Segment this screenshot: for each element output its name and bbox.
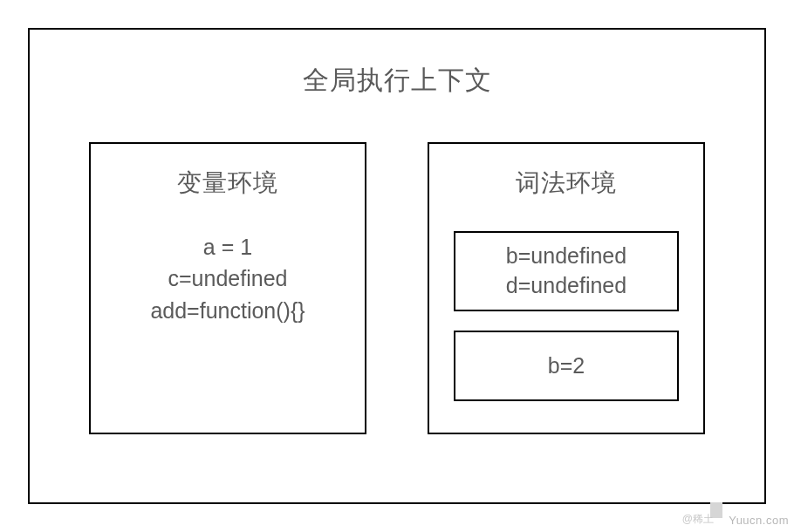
lexical-environment-title: 词法环境 xyxy=(516,167,617,200)
watermark-right-text: Yuucn.com xyxy=(729,514,789,527)
diagram-title: 全局执行上下文 xyxy=(303,63,492,99)
var-line: a = 1 xyxy=(150,231,305,263)
scope-line: b=undefined xyxy=(461,242,672,271)
variable-environment-vars: a = 1 c=undefined add=function(){} xyxy=(150,231,305,326)
watermark-left-text: @稀土 xyxy=(682,512,714,527)
variable-environment-title: 变量环境 xyxy=(177,167,278,200)
global-execution-context-box: 全局执行上下文 变量环境 a = 1 c=undefined add=funct… xyxy=(28,28,766,504)
lexical-scope-block: b=2 xyxy=(454,331,679,402)
lexical-scopes-container: b=undefined d=undefined b=2 xyxy=(429,231,703,401)
variable-environment-panel: 变量环境 a = 1 c=undefined add=function(){} xyxy=(89,142,366,434)
lexical-environment-panel: 词法环境 b=undefined d=undefined b=2 xyxy=(428,142,705,434)
scope-line: d=undefined xyxy=(461,271,672,301)
var-line: add=function(){} xyxy=(150,295,305,326)
scope-line: b=2 xyxy=(461,351,672,381)
environments-row: 变量环境 a = 1 c=undefined add=function(){} … xyxy=(89,142,705,434)
var-line: c=undefined xyxy=(150,263,305,294)
lexical-scope-block: b=undefined d=undefined xyxy=(454,231,679,311)
